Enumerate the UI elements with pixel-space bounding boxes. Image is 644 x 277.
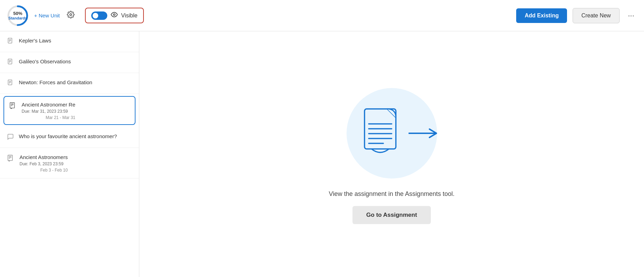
go-to-label: Go to Assignment [366, 212, 417, 218]
sidebar-item-content: Galileo's Observations [19, 58, 132, 65]
visible-label: Visible [121, 13, 138, 19]
sidebar-item-content: Who is your favourite ancient astronomer… [19, 133, 132, 140]
visible-toggle[interactable]: ✓ [91, 11, 107, 20]
svg-rect-16 [10, 103, 15, 108]
sidebar-item-favourite-astronomer[interactable]: Who is your favourite ancient astronomer… [0, 127, 139, 148]
sidebar-item-title: Newton: Forces and Gravitation [19, 79, 132, 86]
sidebar-item-title: Galileo's Observations [19, 58, 132, 65]
new-unit-label: + New Unit [34, 13, 60, 18]
sidebar-item-title: Who is your favourite ancient astronomer… [19, 133, 132, 140]
create-new-button[interactable]: Create New [573, 8, 619, 23]
document-icon [7, 58, 14, 67]
eye-icon [111, 11, 118, 20]
more-options-button[interactable]: ··· [625, 10, 637, 22]
add-existing-button[interactable]: Add Existing [516, 8, 567, 23]
visible-toggle-box: ✓ Visible [85, 8, 144, 23]
illustration-circle [347, 88, 437, 179]
sidebar-item-content: Newton: Forces and Gravitation [19, 79, 132, 86]
gear-button[interactable] [65, 9, 76, 22]
create-new-label: Create New [581, 13, 611, 18]
sidebar-item-newton-forces[interactable]: Newton: Forces and Gravitation [0, 73, 139, 94]
sidebar-item-title: Kepler's Laws [19, 37, 132, 44]
sidebar-item-content: Ancient Astronomer Re Due: Mar 31, 2023 … [22, 101, 75, 120]
arrow-illustration [409, 126, 443, 140]
sidebar-item-ancient-astronomers[interactable]: Ancient Astronomers Due: Feb 3, 2023 23:… [0, 148, 139, 179]
assignment-icon [7, 154, 15, 164]
sidebar-item-title: Ancient Astronomers [20, 153, 68, 161]
sidebar-item-keplers-laws[interactable]: Kepler's Laws [0, 31, 139, 52]
view-assignment-text: View the assignment in the Assignments t… [329, 190, 455, 198]
progress-percent: 50% [8, 11, 27, 16]
sidebar-item-title: Ancient Astronomer Re [22, 101, 75, 108]
top-bar: 50% Standards + New Unit ✓ Visible [0, 0, 644, 31]
progress-label: Standards [8, 16, 27, 20]
progress-circle: 50% Standards [7, 5, 29, 26]
main-content: Kepler's Laws Galileo's Observations [0, 31, 644, 277]
center-panel: View the assignment in the Assignments t… [139, 31, 644, 277]
sidebar-item-dates: Mar 21 - Mar 31 [22, 115, 75, 120]
document-icon [7, 79, 14, 88]
assignment-icon [9, 102, 17, 111]
svg-rect-20 [8, 155, 13, 161]
assignment-illustration [336, 85, 448, 182]
sidebar-item-dates: Feb 3 - Feb 10 [20, 168, 68, 173]
sidebar-item-galileos-observations[interactable]: Galileo's Observations [0, 52, 139, 73]
document-illustration [361, 107, 406, 159]
sidebar-item-due: Due: Feb 3, 2023 23:59 [20, 161, 68, 166]
document-icon [7, 38, 14, 46]
go-to-assignment-button[interactable]: Go to Assignment [352, 206, 431, 224]
add-existing-label: Add Existing [525, 13, 559, 18]
sidebar-item-content: Ancient Astronomers Due: Feb 3, 2023 23:… [20, 153, 68, 173]
sidebar-item-ancient-astronomer[interactable]: Ancient Astronomer Re Due: Mar 31, 2023 … [3, 96, 135, 125]
sidebar: Kepler's Laws Galileo's Observations [0, 31, 139, 277]
new-unit-button[interactable]: + New Unit [34, 13, 60, 18]
sidebar-item-content: Kepler's Laws [19, 37, 132, 44]
svg-point-3 [113, 14, 115, 16]
sidebar-item-due: Due: Mar 31, 2023 23:59 [22, 109, 75, 114]
more-icon: ··· [628, 11, 634, 20]
discussion-icon [7, 133, 14, 142]
svg-point-2 [70, 14, 72, 16]
